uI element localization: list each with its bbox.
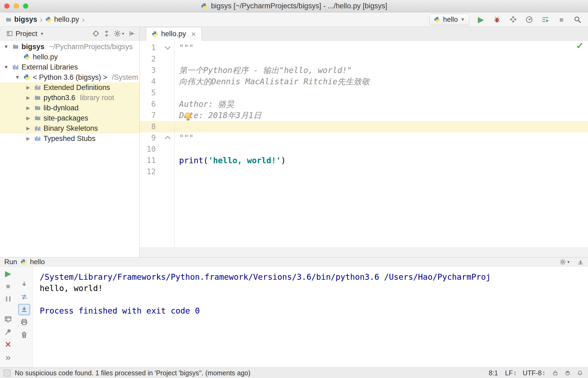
chevron-collapsed-icon[interactable]: ▶ [25, 136, 32, 141]
gutter-space [156, 99, 175, 110]
editor-tab-hello-py[interactable]: hello.py × [146, 27, 202, 41]
console-button[interactable] [540, 14, 550, 25]
encoding-widget[interactable]: UTF-8 ▴▾ [523, 369, 545, 377]
project-panel-header: Project ▼ ▼ [0, 27, 139, 41]
zoom-window-button[interactable] [23, 3, 28, 9]
run-configuration-select[interactable]: hello ▼ [429, 14, 469, 25]
collapse-all-button[interactable] [103, 28, 110, 39]
breadcrumb-project[interactable]: bigsys [5, 15, 37, 24]
down-stack-trace-button[interactable] [18, 279, 30, 290]
intention-bulb-icon[interactable] [185, 112, 191, 119]
search-everywhere-button[interactable] [572, 14, 583, 25]
tree-row-extended-definitions[interactable]: ▶Extended Definitions [0, 82, 139, 93]
readonly-lock-icon[interactable] [551, 369, 560, 377]
coverage-button[interactable] [508, 14, 518, 25]
editor-line-7[interactable]: 7Date: 2018年3月1日 [140, 110, 588, 121]
editor-line-1[interactable]: 1""" [140, 42, 588, 53]
chevron-down-icon: ▼ [40, 32, 44, 36]
locate-button[interactable] [92, 28, 99, 39]
inspections-ok-icon[interactable]: ✓ [576, 41, 584, 51]
hide-down-icon [577, 259, 584, 265]
caret-position-widget[interactable]: 8:1 [489, 369, 498, 377]
folder-icon [34, 94, 41, 101]
rerun-button[interactable]: ▶ [2, 268, 14, 279]
editor-line-8[interactable]: 8 [140, 121, 588, 132]
close-window-button[interactable] [4, 3, 9, 9]
minimize-window-button[interactable] [14, 3, 19, 9]
run-button[interactable]: ▶ [476, 14, 486, 25]
python-file-icon [45, 16, 52, 23]
pin-tab-button[interactable] [2, 326, 14, 337]
more-options-button[interactable]: » [2, 351, 14, 363]
editor-line-3[interactable]: 3第一个Python程序 - 输出"hello, world!" [140, 65, 588, 76]
console-line: Process finished with exit code 0 [40, 305, 588, 317]
tree-row-python-3-6-bigsys[interactable]: ▼< Python 3.6 (bigsys) >/System [0, 72, 139, 82]
stop-button[interactable]: ■ [556, 14, 567, 25]
editor-line-4[interactable]: 4向伟大的Dennis MacAlistair Ritchie先生致敬 [140, 76, 588, 87]
editor-line-2[interactable]: 2 [140, 53, 588, 65]
highlighting-level-icon[interactable] [563, 369, 572, 377]
editor-line-10[interactable]: 10 [140, 144, 588, 155]
close-tab-icon[interactable]: × [191, 30, 196, 38]
tree-row-bigsys[interactable]: ▼bigsys~/PycharmProjects/bigsys [0, 42, 139, 52]
gutter-space [156, 121, 175, 132]
gutter-space [156, 65, 175, 76]
editor-line-6[interactable]: 6Author: 骆昊 [140, 99, 588, 110]
tree-row-python3-6[interactable]: ▶python3.6library root [0, 93, 139, 103]
project-tool-window: Project ▼ ▼ ▼bigsys~/PycharmProjects/big… [0, 27, 140, 257]
project-view-selector[interactable]: Project ▼ [4, 30, 44, 38]
code-text: 第一个Python程序 - 输出"hello, world!" [175, 65, 588, 76]
code-text: """ [175, 132, 588, 144]
window-titlebar: bigsys [~/PycharmProjects/bigsys] - .../… [0, 0, 588, 12]
clear-all-button[interactable] [18, 329, 30, 340]
run-panel-settings-button[interactable]: ▼ [560, 258, 570, 266]
chevron-collapsed-icon[interactable]: ▶ [25, 95, 32, 101]
breadcrumb-file[interactable]: hello.py [45, 15, 79, 24]
editor-body[interactable]: 1"""23第一个Python程序 - 输出"hello, world!"4向伟… [140, 41, 588, 248]
editor-line-11[interactable]: 11print('hello, world!') [140, 155, 588, 166]
tree-row-typeshed-stubs[interactable]: ▶Typeshed Stubs [0, 133, 139, 144]
editor-line-12[interactable]: 12 [140, 166, 588, 177]
tree-row-binary-skeletons[interactable]: ▶Binary Skeletons [0, 123, 139, 133]
profiler-button[interactable] [524, 14, 534, 25]
chevron-expanded-icon[interactable]: ▼ [3, 64, 10, 70]
chevron-expanded-icon[interactable]: ▼ [3, 44, 10, 50]
tree-row-lib-dynload[interactable]: ▶lib-dynload [0, 103, 139, 113]
event-log-icon[interactable] [576, 369, 584, 377]
chevron-collapsed-icon[interactable]: ▶ [25, 125, 32, 131]
fold-marker-icon[interactable] [156, 42, 175, 53]
run-console-output[interactable]: /System/Library/Frameworks/Python.framew… [33, 267, 588, 368]
breadcrumbs: bigsys › hello.py › [5, 15, 85, 24]
toggle-toolwindow-bars-button[interactable] [4, 370, 10, 376]
chevron-collapsed-icon[interactable]: ▶ [25, 105, 32, 111]
scroll-to-end-button[interactable] [18, 304, 30, 315]
chevron-collapsed-icon[interactable]: ▶ [25, 85, 32, 90]
settings-button[interactable]: ▼ [114, 28, 125, 39]
hide-run-panel-button[interactable] [577, 258, 584, 266]
line-separator-widget[interactable]: LF ▴▾ [505, 369, 516, 377]
editor-line-5[interactable]: 5 [140, 87, 588, 99]
library-icon [34, 84, 41, 91]
python-file-icon [152, 31, 158, 37]
fold-marker-icon[interactable] [156, 132, 175, 144]
console-line: /System/Library/Frameworks/Python.framew… [40, 271, 588, 283]
tree-row-hello-py[interactable]: hello.py [0, 52, 139, 62]
editor-horizontal-scrollbar[interactable] [140, 248, 588, 257]
print-button[interactable] [18, 317, 30, 328]
soft-wrap-button[interactable] [18, 291, 30, 303]
restore-layout-button[interactable] [2, 314, 14, 325]
chevron-expanded-icon[interactable]: ▼ [14, 75, 21, 80]
tree-row-external-libraries[interactable]: ▼External Libraries [0, 62, 139, 72]
line-number: 7 [140, 110, 156, 121]
line-number: 10 [140, 144, 156, 155]
tree-row-site-packages[interactable]: ▶site-packages [0, 113, 139, 123]
tree-item-label: hello.py [33, 53, 58, 61]
hide-panel-button[interactable] [129, 28, 136, 39]
debug-button[interactable] [492, 14, 502, 25]
close-button[interactable]: × [2, 339, 14, 350]
editor-line-9[interactable]: 9""" [140, 132, 588, 144]
pause-output-button[interactable] [2, 293, 14, 304]
chevron-collapsed-icon[interactable]: ▶ [25, 115, 32, 121]
stop-button[interactable]: ■ [2, 281, 14, 292]
run-toolbar-column-1: ▶■×» [0, 267, 16, 368]
